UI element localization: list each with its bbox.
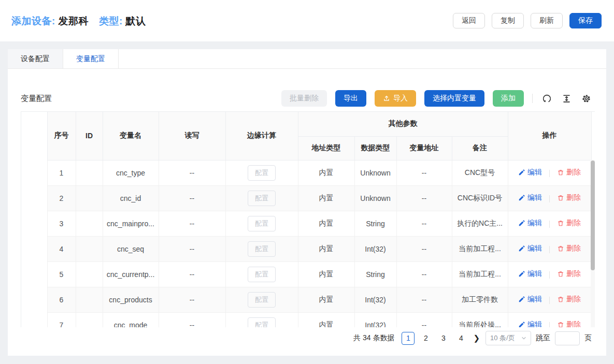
cell-blank (21, 185, 47, 211)
cell-id (76, 312, 103, 327)
configure-button[interactable]: 配置 (248, 267, 276, 282)
trash-icon (557, 245, 564, 252)
page-number-1[interactable]: 1 (402, 332, 415, 345)
jump-label: 跳至 (536, 333, 550, 343)
page-number-4[interactable]: 4 (454, 332, 467, 345)
cell-edge-compute: 配置 (225, 211, 298, 236)
batch-delete-button[interactable]: 批量删除 (281, 90, 327, 107)
cell-remark: 加工零件数 (452, 287, 508, 312)
pencil-icon (518, 194, 525, 201)
col-edge: 边缘计算 (225, 112, 298, 160)
cell-edge-compute: 配置 (225, 160, 298, 185)
cell-id (76, 211, 103, 236)
next-page-arrow[interactable]: ❯ (472, 333, 481, 343)
cell-blank (21, 287, 47, 312)
trash-icon (557, 194, 564, 201)
table-row: 2 cnc_id -- 配置 内置 Unknown -- CNC标识ID号 编辑 (21, 185, 591, 211)
cell-edge-compute: 配置 (225, 261, 298, 287)
col-var-addr: 变量地址 (396, 136, 452, 160)
cell-address-type: 内置 (298, 236, 354, 261)
cell-actions: 编辑 删除 (508, 211, 591, 236)
configure-button[interactable]: 配置 (248, 216, 276, 231)
cell-index: 6 (47, 287, 76, 312)
cell-address-type: 内置 (298, 312, 354, 327)
cell-data-type: Unknown (354, 160, 396, 185)
add-button[interactable]: 添加 (493, 90, 524, 107)
action-divider (549, 271, 550, 279)
cell-id (76, 287, 103, 312)
save-button[interactable]: 保存 (569, 13, 602, 28)
table-row: 7 cnc_mode -- 配置 内置 Int(32) -- 当前所处操... … (21, 312, 591, 327)
configure-button[interactable]: 配置 (248, 241, 276, 257)
trash-icon (557, 321, 564, 327)
refresh-button[interactable]: 刷新 (531, 13, 563, 28)
tab-variable-config[interactable]: 变量配置 (63, 49, 119, 68)
cell-id (76, 160, 103, 185)
cell-remark: CNC型号 (452, 160, 508, 185)
cell-data-type: Int(32) (354, 236, 396, 261)
jump-page-input[interactable] (555, 331, 580, 345)
delete-link[interactable]: 删除 (557, 320, 581, 327)
pagination-total: 共 34 条数据 (353, 333, 394, 343)
chevron-down-icon (521, 336, 526, 341)
delete-link[interactable]: 删除 (557, 219, 581, 228)
edit-link[interactable]: 编辑 (518, 168, 542, 177)
page-size-select[interactable]: 10 条/页 (486, 331, 531, 345)
edit-link[interactable]: 编辑 (518, 219, 542, 228)
cell-read-write: -- (159, 261, 225, 287)
cell-read-write: -- (159, 236, 225, 261)
cell-read-write: -- (159, 185, 225, 211)
cell-index: 4 (47, 236, 76, 261)
cell-id (76, 236, 103, 261)
cell-variable-name: cnc_mainpro... (103, 211, 159, 236)
configure-button[interactable]: 配置 (248, 165, 276, 181)
edit-link[interactable]: 编辑 (518, 244, 542, 253)
trash-icon (557, 296, 564, 303)
edit-link[interactable]: 编辑 (518, 193, 542, 202)
cell-address-type: 内置 (298, 160, 354, 185)
tab-device-config[interactable]: 设备配置 (8, 49, 63, 68)
action-divider (549, 322, 550, 327)
delete-link[interactable]: 删除 (557, 168, 581, 177)
cell-blank (21, 236, 47, 261)
delete-link[interactable]: 删除 (557, 193, 581, 202)
table-scrollbar[interactable] (591, 160, 595, 327)
cell-actions: 编辑 删除 (508, 287, 591, 312)
delete-link[interactable]: 删除 (557, 244, 581, 253)
export-button[interactable]: 导出 (335, 90, 366, 107)
configure-button[interactable]: 配置 (248, 317, 276, 328)
delete-link[interactable]: 删除 (557, 295, 581, 304)
variable-table: 序号 ID 变量名 读写 边缘计算 其他参数 操作 地址类型 数据类型 变量地址… (21, 111, 595, 327)
select-builtin-button[interactable]: 选择内置变量 (424, 90, 484, 107)
page-number-2[interactable]: 2 (419, 332, 432, 345)
cell-read-write: -- (159, 312, 225, 327)
import-button[interactable]: 导入 (375, 90, 416, 107)
configure-button[interactable]: 配置 (248, 191, 276, 206)
cell-actions: 编辑 删除 (508, 236, 591, 261)
cell-actions: 编辑 删除 (508, 312, 591, 327)
row-height-icon[interactable] (561, 93, 572, 104)
page-number-3[interactable]: 3 (437, 332, 450, 345)
cell-read-write: -- (159, 160, 225, 185)
scrollbar-thumb[interactable] (591, 161, 595, 270)
col-rw: 读写 (159, 112, 225, 160)
pencil-icon (518, 321, 525, 327)
edit-link[interactable]: 编辑 (518, 320, 542, 327)
cell-id (76, 185, 103, 211)
col-remark: 备注 (452, 136, 508, 160)
cell-actions: 编辑 删除 (508, 261, 591, 287)
device-name: 发那科 (59, 16, 89, 26)
edit-link[interactable]: 编辑 (518, 295, 542, 304)
cell-blank (21, 211, 47, 236)
cell-address-type: 内置 (298, 261, 354, 287)
copy-button[interactable]: 复制 (492, 13, 524, 28)
back-button[interactable]: 返回 (453, 13, 485, 28)
delete-link[interactable]: 删除 (557, 269, 581, 279)
settings-gear-icon[interactable] (580, 93, 592, 104)
cell-address-type: 内置 (298, 211, 354, 236)
cell-data-type: Int(32) (354, 312, 396, 327)
edit-link[interactable]: 编辑 (518, 269, 542, 279)
pencil-icon (518, 270, 525, 278)
reload-icon[interactable] (541, 93, 552, 104)
configure-button[interactable]: 配置 (248, 292, 276, 308)
